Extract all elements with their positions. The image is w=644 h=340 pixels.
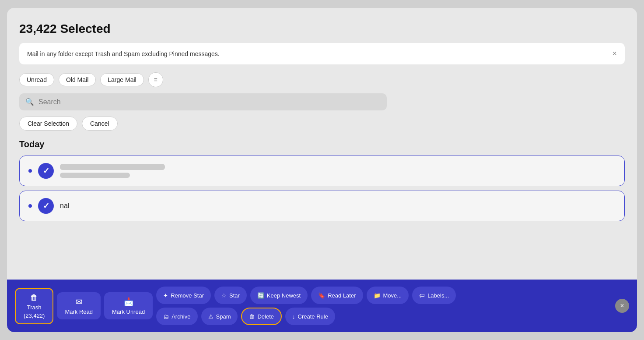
move-icon: 📁 (374, 292, 381, 299)
remove-star-label: Remove Star (171, 292, 204, 299)
move-button[interactable]: 📁 Move... (367, 287, 409, 304)
remove-star-icon: ✦ (163, 292, 168, 299)
keep-newest-label: Keep Newest (267, 292, 301, 299)
trash-icon: 🗑 (30, 293, 38, 302)
archive-label: Archive (172, 313, 190, 320)
labels-label: Labels... (427, 292, 449, 299)
mail-partial-text-2: nal (60, 202, 69, 210)
delete-label: Delete (257, 313, 274, 320)
move-label: Move... (383, 292, 402, 299)
section-today: Today (19, 139, 625, 149)
search-icon: 🔍 (25, 98, 34, 106)
mail-list: ✓ ✓ nal (19, 156, 625, 221)
delete-button[interactable]: 🗑 Delete (241, 308, 282, 325)
mail-item-2[interactable]: ✓ nal (19, 191, 625, 221)
toolbar-close-button[interactable]: × (615, 299, 629, 313)
labels-button[interactable]: 🏷 Labels... (412, 287, 456, 304)
checkmark-2: ✓ (43, 201, 49, 211)
mark-read-button[interactable]: ✉ Mark Read (57, 292, 101, 319)
filter-options-icon[interactable]: ≡ (148, 72, 163, 87)
archive-icon: 🗂 (163, 313, 169, 320)
bottom-toolbar: 🗑 Trash (23,422) ✉ Mark Read 📩 Mark Unre… (7, 280, 637, 332)
search-bar: 🔍 (19, 93, 387, 110)
inline-btns-row-1: ✦ Remove Star ☆ Star 🔄 Keep Newest 🔖 Rea… (156, 287, 456, 304)
read-later-button[interactable]: 🔖 Read Later (311, 287, 363, 304)
labels-icon: 🏷 (419, 292, 425, 299)
mail-content-1 (60, 164, 165, 178)
create-rule-button[interactable]: ↓ Create Rule (285, 308, 335, 325)
subtitle-close-button[interactable]: × (612, 49, 617, 58)
remove-star-button[interactable]: ✦ Remove Star (156, 287, 211, 304)
check-circle-1: ✓ (38, 163, 54, 179)
mark-unread-button[interactable]: 📩 Mark Unread (104, 292, 153, 319)
mail-content-2: nal (60, 202, 69, 210)
delete-icon: 🗑 (249, 313, 255, 320)
page-title: 23,422 Selected (19, 22, 625, 36)
mark-read-icon: ✉ (76, 297, 82, 307)
mark-unread-label: Mark Unread (112, 308, 145, 315)
unread-dot-2 (28, 204, 32, 208)
subtitle-text: Mail in any folder except Trash and Spam… (27, 50, 220, 57)
cancel-button[interactable]: Cancel (82, 117, 118, 131)
unread-dot-1 (28, 169, 32, 173)
spam-button[interactable]: ⚠ Spam (201, 308, 238, 325)
trash-label: Trash (27, 304, 42, 311)
trash-count: (23,422) (24, 312, 45, 319)
star-button[interactable]: ☆ Star (214, 287, 247, 304)
star-label: Star (229, 292, 240, 299)
create-rule-icon: ↓ (292, 313, 295, 320)
archive-button[interactable]: 🗂 Archive (156, 308, 197, 325)
mark-read-label: Mark Read (65, 308, 93, 315)
spam-label: Spam (216, 313, 231, 320)
mail-line-sender-1 (60, 164, 165, 170)
mail-item-1[interactable]: ✓ (19, 156, 625, 186)
spam-icon: ⚠ (208, 313, 214, 320)
checkmark-1: ✓ (43, 166, 49, 176)
filter-chip-unread[interactable]: Unread (19, 73, 54, 86)
inline-btns-row-2: 🗂 Archive ⚠ Spam 🗑 Delete ↓ Create Rule (156, 308, 456, 325)
mark-unread-icon: 📩 (124, 297, 133, 307)
filter-chip-large-mail[interactable]: Large Mail (100, 73, 144, 86)
keep-newest-button[interactable]: 🔄 Keep Newest (250, 287, 308, 304)
action-row: Clear Selection Cancel (19, 117, 625, 131)
inline-btns-col: ✦ Remove Star ☆ Star 🔄 Keep Newest 🔖 Rea… (156, 287, 456, 325)
keep-newest-icon: 🔄 (257, 292, 264, 299)
trash-button[interactable]: 🗑 Trash (23,422) (15, 288, 53, 324)
filter-chip-old-mail[interactable]: Old Mail (59, 73, 96, 86)
subtitle-bar: Mail in any folder except Trash and Spam… (19, 43, 625, 64)
filter-row: Unread Old Mail Large Mail ≡ (19, 72, 625, 87)
read-later-label: Read Later (328, 292, 356, 299)
search-input[interactable] (38, 98, 381, 106)
check-circle-2: ✓ (38, 198, 54, 214)
star-icon: ☆ (221, 292, 227, 299)
create-rule-label: Create Rule (298, 313, 328, 320)
clear-selection-button[interactable]: Clear Selection (19, 117, 77, 131)
main-container: 23,422 Selected Mail in any folder excep… (7, 8, 637, 332)
mail-line-subject-1 (60, 173, 130, 178)
read-later-icon: 🔖 (318, 292, 325, 299)
